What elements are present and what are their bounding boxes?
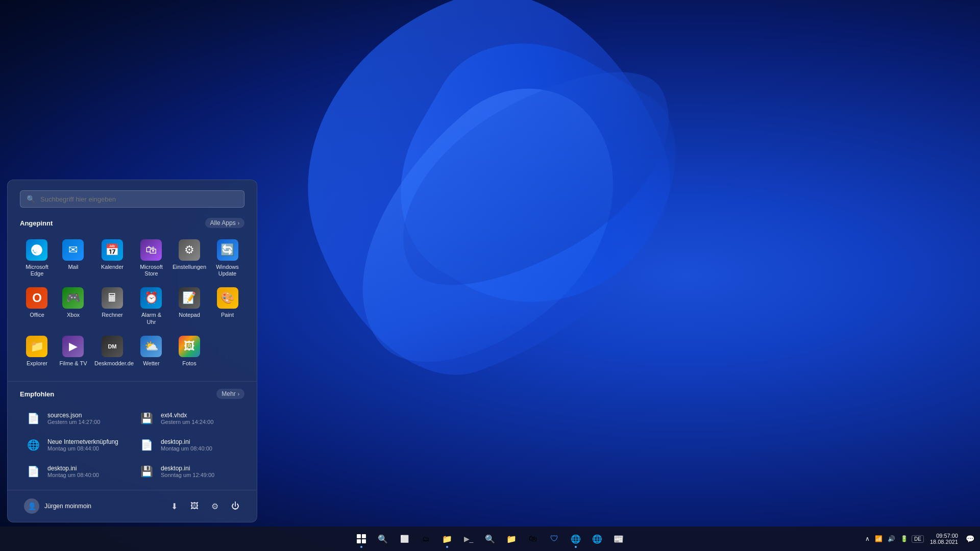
app-mail[interactable]: ✉ Mail [56, 235, 90, 281]
rec-item-inet-link[interactable]: 🌐 Neue Internetverknüpfung Montag um 08:… [20, 433, 131, 457]
app-alarm[interactable]: ⏰ Alarm & Uhr [134, 283, 168, 329]
rec-name-desktop3: desktop.ini [161, 465, 214, 472]
app-settings[interactable]: ⚙ Einstellungen [170, 235, 208, 281]
clock-date: 18.08.2021 [930, 539, 958, 545]
app-deskmodder[interactable]: DM Deskmodder.de [92, 332, 132, 371]
wu-taskbar-icon: 🛡 [550, 534, 558, 543]
start-button[interactable] [351, 529, 372, 549]
rec-name-sources: sources.json [47, 412, 100, 419]
rechner-icon: 🖩 [102, 287, 123, 309]
app-xbox[interactable]: 🎮 Xbox [56, 283, 90, 329]
app-notepad[interactable]: 📝 Notepad [170, 283, 208, 329]
tray-battery[interactable]: 🔋 [899, 534, 910, 543]
winupdate-label: Windows Update [212, 264, 242, 277]
notepad-label: Notepad [179, 312, 200, 318]
rec-time-ext4: Gestern um 14:24:00 [161, 419, 213, 425]
office-label: Office [30, 312, 44, 318]
app-edge[interactable]: Microsoft Edge [20, 235, 54, 281]
app-paint[interactable]: 🎨 Paint [210, 283, 244, 329]
rec-name-desktop1: desktop.ini [161, 438, 212, 445]
wu-taskbar-button[interactable]: 🛡 [544, 529, 565, 549]
more-button[interactable]: Mehr › [216, 389, 244, 399]
start-menu: 🔍 Angepinnt Alle Apps › Microsoft Edge ✉… [7, 180, 257, 522]
download-button[interactable]: ⬇ [165, 497, 183, 515]
rec-item-desktop-ini-2[interactable]: 📄 desktop.ini Montag um 08:40:00 [20, 459, 131, 484]
app-explorer[interactable]: 📁 Explorer [20, 332, 54, 371]
store-icon: 🛍 [140, 239, 162, 261]
rec-name-desktop2: desktop.ini [47, 465, 99, 472]
wetter-icon: ⛅ [140, 336, 162, 357]
pinned-title: Angepinnt [20, 219, 53, 227]
search-input[interactable] [40, 195, 238, 203]
edge-icon [26, 239, 47, 261]
search-button[interactable]: 🔍 [373, 529, 393, 549]
explorer-label: Explorer [27, 360, 47, 367]
explorer-taskbar-icon: 📁 [442, 534, 452, 544]
app-rechner[interactable]: 🖩 Rechner [92, 283, 132, 329]
alarm-label: Alarm & Uhr [136, 312, 166, 325]
app-winupdate[interactable]: 🔄 Windows Update [210, 235, 244, 281]
taskbar-center-icons: 🔍 ⬜ 🗂 📁 ▶_ 🔍 📁 🛍 🛡 [351, 529, 629, 549]
user-avatar: 👤 [24, 498, 39, 514]
wallpaper-swirl [204, 0, 766, 536]
terminal-button[interactable]: ▶_ [458, 529, 479, 549]
disk-icon: 💾 [138, 410, 155, 427]
widgets-icon: 🗂 [422, 535, 429, 543]
app-store[interactable]: 🛍 Microsoft Store [134, 235, 168, 281]
rec-item-ext4-vhdx[interactable]: 💾 ext4.vhdx Gestern um 14:24:00 [133, 406, 244, 431]
files-button[interactable]: 📁 [501, 529, 522, 549]
recommended-title: Empfohlen [20, 390, 54, 398]
office-icon: O [26, 287, 47, 309]
search-taskbar-icon: 🔍 [378, 534, 388, 544]
xbox-icon: 🎮 [62, 287, 84, 309]
app-calendar[interactable]: 📅 Kalender [92, 235, 132, 281]
msstore-taskbar-icon: 🛍 [529, 534, 537, 543]
app-fotos[interactable]: 🖼 Fotos [170, 332, 208, 371]
wetter-label: Wetter [143, 360, 159, 367]
user-name: Jürgen moinmoin [44, 503, 91, 510]
fotos-icon: 🖼 [179, 336, 200, 357]
calendar-icon: 📅 [102, 239, 123, 261]
edge2-taskbar-button[interactable]: 🌐 [587, 529, 607, 549]
rec-item-desktop-ini-3[interactable]: 💾 desktop.ini Sonntag um 12:49:00 [133, 459, 244, 484]
tray-chevron[interactable]: ∧ [864, 534, 871, 543]
app-filme[interactable]: ▶ Filme & TV [56, 332, 90, 371]
search-bar[interactable]: 🔍 [20, 190, 244, 208]
tray-volume[interactable]: 🔊 [886, 534, 897, 543]
power-button[interactable]: ⏻ [226, 497, 244, 515]
taskbar: 🔍 ⬜ 🗂 📁 ▶_ 🔍 📁 🛍 🛡 [0, 527, 980, 551]
bottom-action-buttons: ⬇ 🖼 ⚙ ⏻ [165, 497, 244, 515]
news-taskbar-button[interactable]: 📰 [608, 529, 629, 549]
settings-label: Einstellungen [173, 264, 206, 270]
recommended-section-header: Empfohlen Mehr › [20, 389, 244, 399]
msstore-taskbar-button[interactable]: 🛍 [523, 529, 543, 549]
tray-notification[interactable]: 💬 [964, 534, 976, 544]
rec-item-sources-json[interactable]: 📄 sources.json Gestern um 14:27:00 [20, 406, 131, 431]
file-icon: 📄 [25, 410, 41, 427]
store-label: Microsoft Store [136, 264, 166, 277]
globe-icon: 🌐 [25, 437, 41, 453]
tray-keyboard[interactable]: DE [912, 535, 924, 543]
rec-item-desktop-ini-1[interactable]: 📄 desktop.ini Montag um 08:40:00 [133, 433, 244, 457]
explorer-taskbar-button[interactable]: 📁 [437, 529, 457, 549]
windows-logo-icon [357, 534, 366, 543]
taskview-button[interactable]: ⬜ [394, 529, 414, 549]
app-wetter[interactable]: ⛅ Wetter [134, 332, 168, 371]
start-menu-bottom: 👤 Jürgen moinmoin ⬇ 🖼 ⚙ ⏻ [8, 490, 257, 522]
app-office[interactable]: O Office [20, 283, 54, 329]
fotos-label: Fotos [182, 360, 197, 367]
clock-area[interactable]: 09:57:00 18.08.2021 [926, 533, 962, 545]
photos-button[interactable]: 🖼 [185, 497, 204, 515]
tray-wifi[interactable]: 📶 [873, 534, 884, 543]
filme-icon: ▶ [62, 336, 84, 357]
all-apps-button[interactable]: Alle Apps › [205, 218, 244, 228]
filme-label: Filme & TV [59, 360, 87, 367]
widgets-button[interactable]: 🗂 [415, 529, 436, 549]
rec-time-desktop2: Montag um 08:40:00 [47, 472, 99, 478]
user-profile-area[interactable]: 👤 Jürgen moinmoin [20, 496, 95, 516]
search2-button[interactable]: 🔍 [480, 529, 500, 549]
search2-icon: 🔍 [485, 534, 495, 544]
news-taskbar-icon: 📰 [614, 534, 624, 544]
edge-taskbar-button[interactable]: 🌐 [566, 529, 586, 549]
settings-button[interactable]: ⚙ [206, 497, 224, 515]
